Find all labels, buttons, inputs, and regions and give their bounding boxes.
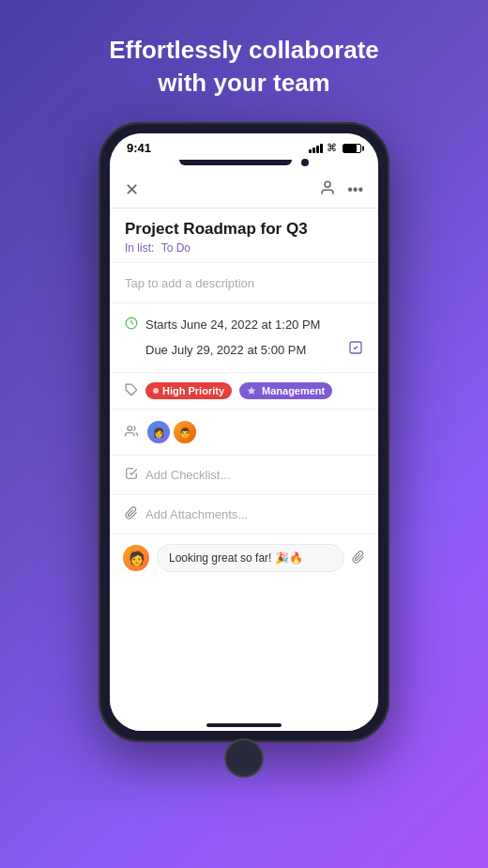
svg-point-0 [325,181,330,187]
attachments-placeholder: Add Attachments... [145,507,248,521]
task-title: Project Roadmap for Q3 [125,220,363,239]
comment-attach-icon[interactable] [352,550,365,566]
battery-icon [343,144,361,153]
description-placeholder: Tap to add a description [125,276,254,290]
home-indicator [206,723,282,727]
comment-text: Looking great so far! 🎉🔥 [169,551,303,565]
due-date-text: Due July 29, 2022 at 5:00 PM [145,343,348,357]
camera-notch [179,160,292,165]
wifi-icon: ⌘ [327,142,337,154]
task-comment: 🧑 Looking great so far! 🎉🔥 [110,535,378,581]
signal-icon [309,144,323,153]
status-bar: 9:41 ⌘ [110,133,378,159]
header-actions: ••• [319,179,363,200]
task-dates: Starts June 24, 2022 at 1:20 PM Due July… [110,303,378,373]
attach-icon [125,506,138,522]
avatar-2: 👨 [172,419,198,445]
list-ref-prefix: In list: [125,241,154,255]
task-title-section: Project Roadmap for Q3 In list: To Do [110,209,378,263]
task-content: Project Roadmap for Q3 In list: To Do Ta… [110,209,378,718]
status-icons: ⌘ [309,142,361,154]
tag-priority-label: High Priority [162,385,224,396]
avatar-1: 👩 [145,419,172,445]
more-icon[interactable]: ••• [347,181,363,198]
due-date-row[interactable]: Due July 29, 2022 at 5:00 PM [125,336,363,363]
assignee-icon [125,425,138,441]
commenter-avatar: 🧑 [123,545,149,571]
camera-dot [301,159,309,166]
list-ref-value: To Do [161,241,191,255]
tag-high-priority[interactable]: High Priority [145,382,232,399]
tag-management-label: Management [262,385,325,396]
phone-bottom [110,731,378,780]
status-time: 9:41 [127,141,151,155]
check-icon [348,340,363,359]
task-assignees[interactable]: 👩 👨 [110,410,378,456]
headline: Effortlessly collaborate with your team [71,0,417,122]
close-button[interactable]: ✕ [125,179,139,200]
phone-shell: 9:41 ⌘ ✕ [99,122,389,742]
tag-icon [125,383,138,399]
checklist-icon [125,467,138,483]
checklist-placeholder: Add Checklist... [145,468,230,482]
svg-point-4 [128,426,132,430]
home-indicator-area [110,718,378,731]
person-icon[interactable] [319,179,336,200]
task-checklist[interactable]: Add Checklist... [110,456,378,495]
start-date-text: Starts June 24, 2022 at 1:20 PM [145,318,363,332]
app-header: ✕ ••• [110,172,378,209]
home-button[interactable] [224,738,264,778]
start-date-row[interactable]: Starts June 24, 2022 at 1:20 PM [125,313,363,336]
tag-management[interactable]: Management [239,382,332,399]
task-list-ref: In list: To Do [125,241,363,255]
headline-line1: Effortlessly collaborate [109,36,379,64]
task-description[interactable]: Tap to add a description [110,263,378,303]
headline-line2: with your team [158,69,329,97]
camera-area [110,159,378,172]
clock-icon [125,317,138,333]
phone-screen: 9:41 ⌘ ✕ [110,133,378,731]
task-tags[interactable]: High Priority Management [110,373,378,410]
tag-dot-priority [153,388,159,394]
task-attachments[interactable]: Add Attachments... [110,495,378,535]
comment-bubble[interactable]: Looking great so far! 🎉🔥 [157,544,344,572]
